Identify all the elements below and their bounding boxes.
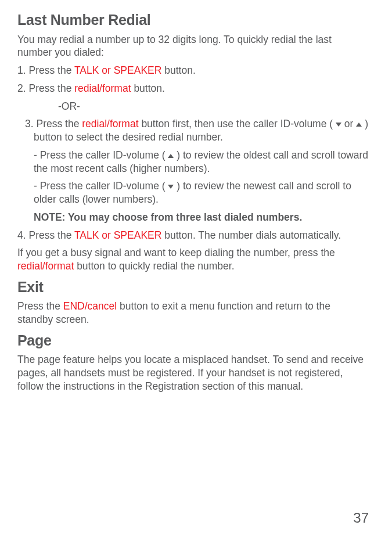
heading-last-number-redial: Last Number Redial (17, 10, 369, 30)
step-3-sub1-a: - Press the caller ID-volume ( (34, 149, 168, 161)
exit-body: Press the END/cancel button to exit a me… (17, 300, 369, 326)
step-3-red: redial/format (82, 118, 138, 129)
section1-footer-b: button to quickly redial the number. (74, 260, 234, 272)
step-3-sub1: - Press the caller ID-volume ( ) to revi… (17, 149, 369, 175)
or-divider: -OR- (17, 100, 369, 113)
step-3: 3. Press the redial/format button first,… (17, 117, 369, 144)
step-4: 4. Press the TALK or SPEAKER button. The… (17, 229, 369, 242)
step-2-a: 2. Press the (17, 82, 74, 94)
up-arrow-icon (168, 154, 174, 158)
exit-body-a: Press the (17, 300, 63, 312)
up-arrow-icon (356, 123, 362, 127)
step-4-red: TALK or SPEAKER (74, 229, 161, 241)
section1-footer: If you get a busy signal and want to kee… (17, 246, 369, 273)
step-2-b: button. (131, 82, 165, 94)
note-text: NOTE: You may choose from three last dia… (17, 211, 369, 224)
step-4-b: button. The number dials automatically. (161, 229, 341, 241)
step-3-b: button first, then use the caller ID-vol… (139, 118, 336, 129)
step-2-red: redial/format (74, 82, 131, 94)
step-1: 1. Press the TALK or SPEAKER button. (17, 64, 369, 77)
step-1-b: button. (161, 64, 195, 76)
down-arrow-icon (336, 123, 341, 127)
exit-body-red: END/cancel (63, 300, 117, 312)
step-3-sub2: - Press the caller ID-volume ( ) to revi… (17, 179, 369, 206)
step-2: 2. Press the redial/format button. (17, 82, 369, 95)
page-body: The page feature helps you locate a misp… (17, 353, 369, 393)
down-arrow-icon (168, 185, 174, 189)
section1-footer-red: redial/format (17, 260, 74, 272)
section1-footer-a: If you get a busy signal and want to kee… (17, 247, 335, 258)
step-3-sub2-a: - Press the caller ID-volume ( (34, 180, 168, 192)
step-3-a: 3. Press the (25, 118, 82, 129)
step-3-or: or (341, 118, 356, 129)
step-4-a: 4. Press the (17, 229, 74, 241)
intro-text: You may redial a number up to 32 digits … (17, 33, 369, 60)
step-1-a: 1. Press the (17, 64, 74, 76)
step-1-red: TALK or SPEAKER (74, 64, 161, 76)
page-number: 37 (353, 509, 369, 527)
heading-exit: Exit (17, 278, 369, 297)
heading-page: Page (17, 331, 369, 350)
